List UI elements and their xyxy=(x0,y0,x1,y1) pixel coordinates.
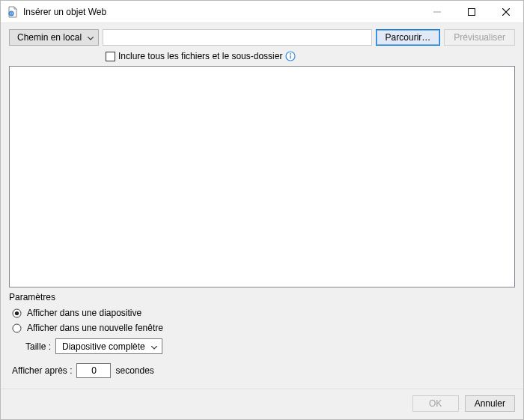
content-area xyxy=(9,66,515,287)
display-new-window-label: Afficher dans une nouvelle fenêtre xyxy=(27,323,163,333)
footer: OK Annuler xyxy=(1,389,523,419)
radio-row-window: Afficher dans une nouvelle fenêtre xyxy=(9,320,515,335)
include-row: Inclure tous les fichiers et le sous-dos… xyxy=(1,49,523,66)
svg-point-3 xyxy=(290,53,291,55)
include-all-checkbox[interactable] xyxy=(106,52,115,61)
svg-point-6 xyxy=(15,311,19,314)
size-row: Taille : Diapositive complète xyxy=(9,335,515,359)
parameters-heading: Paramètres xyxy=(9,292,515,302)
minimize-button[interactable] xyxy=(420,1,454,23)
path-input[interactable] xyxy=(103,29,372,46)
path-row: Chemin en local Parcourir… Prévisualiser xyxy=(1,23,523,49)
ok-button: OK xyxy=(412,395,459,412)
dialog-window: Insérer un objet Web Chemin en local Par… xyxy=(0,0,524,420)
preview-button: Prévisualiser xyxy=(444,29,515,46)
display-in-slide-radio[interactable] xyxy=(12,308,22,318)
browse-button[interactable]: Parcourir… xyxy=(376,29,441,46)
radio-row-slide: Afficher dans une diapositive xyxy=(9,305,515,320)
chevron-down-icon xyxy=(151,341,157,352)
svg-rect-1 xyxy=(469,8,475,15)
display-in-slide-label: Afficher dans une diapositive xyxy=(27,308,141,318)
chevron-down-icon xyxy=(88,32,94,43)
close-button[interactable] xyxy=(489,1,523,23)
info-icon[interactable] xyxy=(285,51,296,61)
parameters-section: Paramètres Afficher dans une diapositive… xyxy=(9,292,515,384)
size-selected: Diapositive complète xyxy=(62,341,145,352)
titlebar: Insérer un objet Web xyxy=(1,1,523,23)
cancel-button[interactable]: Annuler xyxy=(465,395,515,412)
display-after-prefix: Afficher après : xyxy=(12,365,72,376)
display-after-suffix: secondes xyxy=(115,365,153,376)
size-label: Taille : xyxy=(25,341,51,352)
svg-point-7 xyxy=(13,324,21,332)
include-all-label: Inclure tous les fichiers et le sous-dos… xyxy=(118,51,282,61)
path-type-select[interactable]: Chemin en local xyxy=(9,29,99,46)
page-icon xyxy=(7,6,19,18)
size-select[interactable]: Diapositive complète xyxy=(55,338,162,354)
maximize-button[interactable] xyxy=(454,1,489,23)
path-type-label: Chemin en local xyxy=(17,32,82,43)
window-title: Insérer un objet Web xyxy=(23,7,106,17)
display-after-input[interactable]: 0 xyxy=(76,363,111,378)
display-new-window-radio[interactable] xyxy=(12,323,22,333)
display-after-row: Afficher après : 0 secondes xyxy=(9,359,515,384)
svg-rect-4 xyxy=(290,55,291,59)
